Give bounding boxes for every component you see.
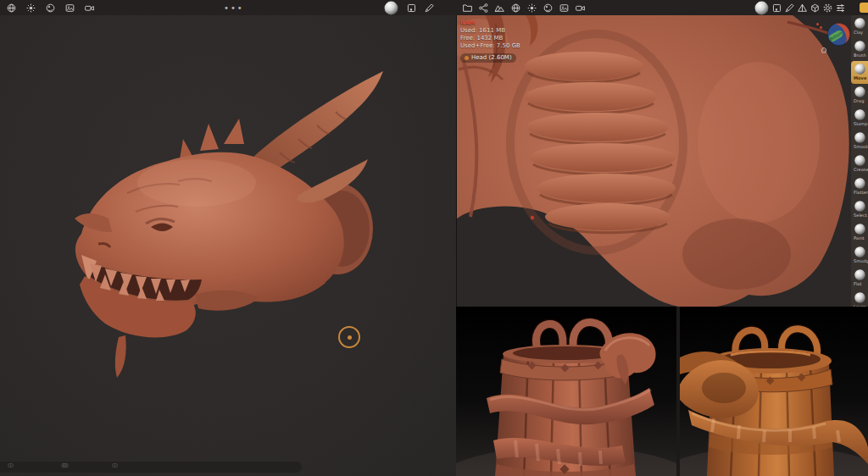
prism-icon[interactable]	[797, 3, 808, 14]
tool-sphere-icon	[854, 200, 866, 213]
bottom-left-viewport[interactable]	[456, 307, 676, 476]
shading-toolbar	[383, 0, 435, 15]
light-sun-icon[interactable]	[25, 3, 36, 14]
light-sun-icon[interactable]	[526, 3, 537, 14]
background-image-icon[interactable]	[559, 3, 570, 14]
node-share-icon[interactable]	[478, 3, 489, 14]
tool-label: Clay	[854, 30, 865, 35]
pivot-dot-icon	[816, 23, 819, 25]
tool-sphere-icon	[854, 17, 866, 30]
right-viewport-toolbar-left	[462, 0, 586, 15]
background-image-icon[interactable]	[64, 3, 75, 14]
tool-label: Smudge	[854, 258, 865, 263]
object-badge-label: Head (2.60M)	[471, 54, 512, 62]
object-badge: Head (2.60M)	[460, 53, 516, 63]
tool-drag[interactable]: Drag	[851, 84, 868, 107]
brush-cursor-dot	[348, 335, 352, 340]
tool-sphere-icon	[854, 223, 866, 235]
camera-icon[interactable]	[575, 3, 586, 14]
tool-sphere-icon	[854, 131, 866, 144]
dragon-head-sculpture[interactable]	[0, 15, 456, 476]
tool-sphere-icon	[854, 268, 866, 281]
tool-sphere-icon	[854, 291, 866, 304]
tool-label: Stamp	[854, 121, 865, 126]
dock-icon[interactable]	[62, 462, 70, 469]
stats-total: Used+Free: 7.50 GB	[460, 42, 520, 50]
matcap-globe-icon[interactable]	[6, 3, 17, 14]
tool-label: Move	[854, 75, 865, 80]
camera-icon[interactable]	[84, 3, 95, 14]
tool-sphere-icon	[854, 177, 866, 190]
dock-icon[interactable]	[7, 462, 14, 469]
overflow-menu-button[interactable]: •••	[224, 0, 244, 15]
edge-cut-icon[interactable]	[860, 3, 868, 13]
tool-smudge[interactable]: Smudge	[851, 244, 868, 267]
home-view-icon[interactable]	[820, 46, 828, 54]
pivot-dot-icon	[820, 26, 822, 29]
left-viewport[interactable]	[0, 15, 456, 476]
stats-overlay: RAM Used: 1611 MB Free: 1432 MB Used+Fre…	[460, 19, 520, 63]
tool-label: Flat	[854, 281, 865, 286]
left-viewport-toolbar	[6, 0, 95, 15]
tool-select[interactable]: Select	[851, 198, 868, 221]
tool-sphere-icon	[854, 40, 866, 53]
folder-icon[interactable]	[462, 3, 473, 14]
tool-label: Select	[854, 213, 865, 218]
stats-used: Used: 1611 MB	[460, 27, 520, 35]
top-toolbar: •••	[0, 0, 868, 15]
matcap-ball-icon[interactable]	[383, 0, 399, 16]
tool-brush[interactable]: Brush	[851, 38, 868, 61]
app-window: •••	[0, 0, 868, 476]
box-icon[interactable]	[810, 3, 821, 14]
matcap-ball-icon[interactable]	[754, 0, 770, 16]
canvas-square-icon[interactable]	[406, 3, 417, 14]
right-viewport[interactable]: RAM Used: 1611 MB Free: 1432 MB Used+Fre…	[456, 15, 868, 307]
gear-icon[interactable]	[822, 3, 833, 14]
object-dot-icon	[465, 56, 469, 60]
tool-sphere-icon	[854, 63, 866, 75]
orientation-gizmo[interactable]: Bottom	[826, 22, 851, 47]
stats-title: RAM	[460, 19, 520, 27]
tool-flat[interactable]: Flat	[851, 267, 868, 290]
brush-cursor[interactable]	[338, 326, 360, 348]
material-sphere-icon[interactable]	[542, 3, 554, 14]
tool-palette: ClayBrushMoveDragStampSmoothCreaseFlatte…	[851, 15, 868, 307]
material-sphere-icon[interactable]	[45, 3, 56, 14]
right-viewport-toolbar-right	[754, 0, 846, 15]
tool-sphere-icon	[854, 108, 866, 121]
tool-clay[interactable]: Clay	[851, 15, 868, 38]
bottom-dock	[0, 462, 302, 473]
tool-label: Flatten	[854, 190, 865, 195]
paint-tool-icon[interactable]	[784, 3, 795, 14]
tool-sphere-icon	[854, 154, 866, 167]
tool-label: Paint	[854, 235, 865, 241]
bucket-orange-sculpture	[680, 307, 868, 476]
tool-label: Brush	[854, 53, 865, 58]
tool-sphere-icon	[854, 246, 866, 258]
tool-layer[interactable]: Layer	[851, 290, 868, 307]
tool-move[interactable]: Move	[851, 61, 868, 84]
matcap-globe-icon[interactable]	[510, 3, 521, 14]
tool-smooth[interactable]: Smooth	[851, 130, 868, 152]
tool-paint[interactable]: Paint	[851, 221, 868, 244]
tool-label: Drag	[854, 98, 865, 103]
bottom-right-viewport[interactable]	[680, 307, 868, 476]
tool-sphere-icon	[854, 86, 866, 98]
tool-label: Crease	[854, 167, 865, 172]
bucket-red-sculpture	[456, 307, 676, 476]
tool-flatten[interactable]: Flatten	[851, 175, 868, 198]
mountain-stack-icon[interactable]	[494, 3, 505, 14]
tool-label: Smooth	[854, 144, 865, 149]
tool-stamp[interactable]: Stamp	[851, 107, 868, 130]
stats-free: Free: 1432 MB	[460, 35, 520, 42]
canvas-square-icon[interactable]	[771, 3, 782, 14]
tool-label: Layer	[854, 304, 865, 307]
dock-icon[interactable]	[111, 462, 119, 469]
sliders-icon[interactable]	[835, 3, 846, 14]
tool-crease[interactable]: Crease	[851, 152, 868, 175]
paint-tool-icon[interactable]	[424, 3, 435, 14]
